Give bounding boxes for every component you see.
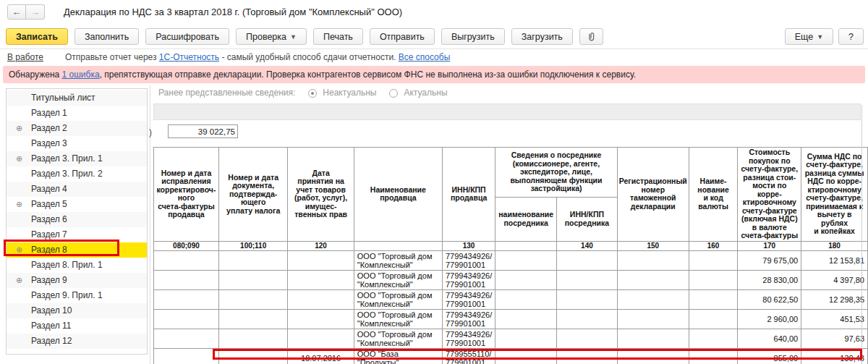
table-cell[interactable] [617,348,689,364]
table-cell[interactable] [617,329,689,348]
table-cell[interactable] [495,329,557,348]
fill-button[interactable]: Заполнить [75,28,139,45]
table-cell[interactable] [495,309,557,329]
table-cell[interactable] [689,289,738,309]
table-cell[interactable] [288,250,354,270]
table-cell[interactable]: 28 830,00 [738,270,801,289]
service-link[interactable]: 1С-Отчетность [159,52,219,62]
sidebar-item[interactable]: Раздел 11 [7,318,147,334]
table-cell[interactable]: 97,63 [801,329,868,348]
table-cell[interactable] [689,250,738,270]
expand-icon[interactable]: ⊕ [16,273,22,288]
table-cell[interactable]: 12 298,35 [801,289,868,309]
table-cell[interactable] [617,289,689,309]
table-cell[interactable]: 4 397,80 [801,270,868,289]
sidebar-item[interactable]: Титульный лист [7,90,147,106]
table-cell[interactable] [218,270,287,289]
check-dropdown-button[interactable]: Проверка ▼ [236,28,307,45]
table-cell[interactable]: 7799434926/ 779901001 [442,289,495,309]
table-cell[interactable] [154,270,219,289]
table-cell[interactable]: ООО "Торговый дом "Комплексный" [354,250,442,270]
table-cell[interactable]: 855,00 [738,348,801,364]
back-button[interactable]: ← [7,4,26,20]
table-cell[interactable]: 451,53 [801,309,868,329]
expand-icon[interactable]: ⊕ [16,121,22,136]
sidebar-item[interactable]: Раздел 6 [7,212,147,227]
radio-neaktualny-label[interactable]: Неактуальны [323,88,376,98]
sidebar-item[interactable]: ⊕Раздел 2 [7,121,147,136]
expand-icon[interactable]: ⊕ [16,242,22,258]
table-cell[interactable]: ООО "Торговый дом "Комплексный" [354,270,442,289]
table-cell[interactable] [557,329,618,348]
table-cell[interactable] [154,329,219,348]
radio-aktualny-label[interactable]: Актуальны [404,88,447,98]
table-cell[interactable]: 80 622,50 [738,289,801,309]
table-cell[interactable]: 7799434926/ 779901001 [442,250,495,270]
table-cell[interactable]: ООО "Торговый дом "Комплексный" [354,309,442,329]
table-cell[interactable] [689,329,738,348]
table-cell[interactable]: 640,00 [738,329,801,348]
table-cell[interactable] [617,270,689,289]
table-cell[interactable]: 7799434926/ 779901001 [442,270,495,289]
table-cell[interactable] [218,309,287,329]
expand-icon[interactable]: ⊕ [16,197,22,212]
table-cell[interactable] [557,348,618,364]
table-cell[interactable] [617,250,689,270]
table-cell[interactable] [495,250,557,270]
table-cell[interactable]: 7799555110/ 779901001 [442,348,495,364]
table-cell[interactable] [689,309,738,329]
table-cell[interactable] [288,289,354,309]
sidebar-item[interactable]: ⊕Раздел 3. Прил. 1 [7,151,147,166]
send-button[interactable]: Отправить [370,28,435,45]
table-cell[interactable] [218,289,287,309]
sidebar-item[interactable]: Раздел 12 [7,334,147,349]
table-cell[interactable] [557,270,618,289]
table-cell[interactable]: 7799434926/ 779901001 [442,329,495,348]
sidebar-item[interactable]: Раздел 10 [7,303,147,318]
expand-icon[interactable]: ⊕ [16,151,22,166]
table-cell[interactable]: ООО "Торговый дом "Комплексный" [354,289,442,309]
status-state-link[interactable]: В работе [7,52,43,62]
all-methods-link[interactable]: Все способы [399,52,451,62]
table-cell[interactable]: 130,43 [801,348,868,364]
table-cell[interactable] [218,329,287,348]
table-cell[interactable] [617,309,689,329]
table-cell[interactable]: ООО "База "Продукты" [354,348,442,364]
table-cell[interactable] [288,329,354,348]
table-cell[interactable]: 7799434926/ 779901001 [442,309,495,329]
table-cell[interactable] [557,250,618,270]
sidebar-item[interactable]: Раздел 3 [7,136,147,151]
table-cell[interactable] [154,250,219,270]
forward-button[interactable]: → [26,4,45,20]
table-cell[interactable] [557,289,618,309]
sidebar-item[interactable]: Раздел 4 [7,182,147,197]
table-cell[interactable] [495,348,557,364]
sidebar-item[interactable]: Раздел 8. Прил. 1 [7,258,147,273]
sidebar-item[interactable]: Раздел 9. Прил. 1 [7,288,147,303]
decode-button[interactable]: Расшифровать [145,28,229,45]
table-cell[interactable] [288,270,354,289]
table-cell[interactable]: 18.07.2016 [288,348,354,364]
radio-aktualny[interactable] [389,89,398,98]
table-cell[interactable] [689,348,738,364]
table-cell[interactable]: 2 960,00 [738,309,801,329]
sidebar-item[interactable]: ⊕Раздел 8 [7,242,147,258]
table-cell[interactable] [218,250,287,270]
more-dropdown-button[interactable]: Еще ▼ [785,28,833,45]
export-button[interactable]: Выгрузить [441,28,505,45]
import-button[interactable]: Загрузить [511,28,573,45]
attachment-button[interactable] [579,28,603,45]
table-cell[interactable]: ООО "Торговый дом "Комплексный" [354,329,442,348]
table-cell[interactable] [154,348,219,364]
table-cell[interactable] [495,270,557,289]
table-cell[interactable] [495,289,557,309]
sidebar-item[interactable]: ⊕Раздел 5 [7,197,147,212]
sidebar-item[interactable]: ⊕Раздел 9 [7,273,147,288]
sidebar-item[interactable]: Раздел 1 [7,106,147,121]
sidebar-item[interactable]: Раздел 7 [7,227,147,242]
table-cell[interactable]: 79 675,00 [738,250,801,270]
table-cell[interactable] [154,309,219,329]
error-link[interactable]: 1 ошибка [62,69,100,80]
print-button[interactable]: Печать [313,28,363,45]
radio-neaktualny[interactable] [308,89,317,98]
